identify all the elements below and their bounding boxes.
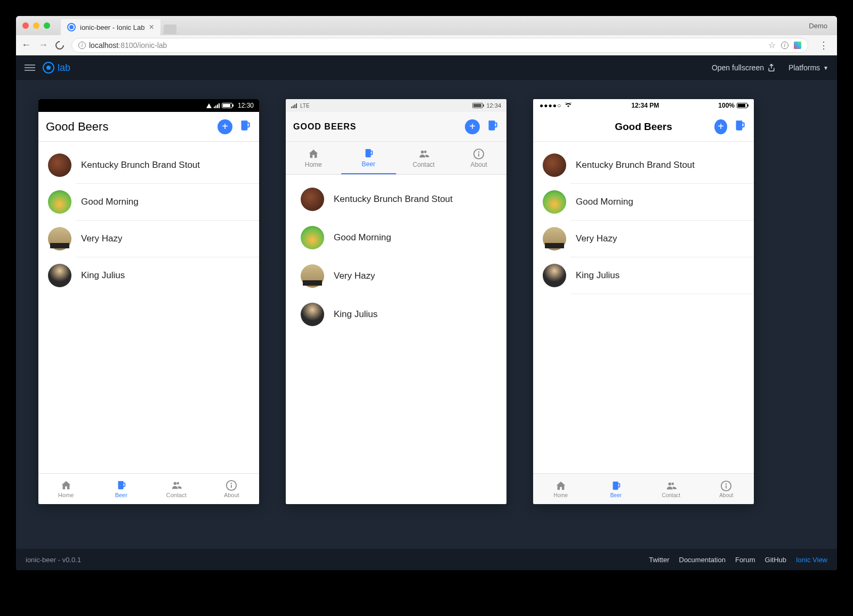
footer-link-ionic-view[interactable]: Ionic View	[796, 556, 827, 564]
tab-beer[interactable]: Beer	[589, 474, 644, 504]
external-link-icon	[767, 63, 776, 73]
maximize-window-button[interactable]	[44, 22, 50, 29]
tab-contact[interactable]: Contact	[396, 142, 452, 174]
battery-pct: 100%	[718, 102, 735, 109]
beer-list-android: Kentucky Brunch Brand Stout Good Morning…	[38, 142, 259, 473]
avatar	[301, 303, 324, 326]
battery-icon	[472, 103, 483, 108]
reload-button[interactable]	[54, 39, 66, 51]
browser-window: ionic-beer - Ionic Lab × Demo ← → i loca…	[16, 16, 837, 570]
list-item[interactable]: Kentucky Brunch Brand Stout	[286, 180, 506, 218]
forward-button[interactable]: →	[38, 39, 48, 51]
minimize-window-button[interactable]	[33, 22, 39, 29]
ionic-lab-app: lab Open fullscreen Platforms ▼	[16, 55, 837, 570]
tab-about[interactable]: About	[699, 474, 754, 504]
address-bar[interactable]: i localhost:8100/ionic-lab ☆ i	[71, 38, 808, 53]
list-item[interactable]: King Julius	[543, 257, 754, 294]
beer-list-windows: Kentucky Brunch Brand Stout Good Morning…	[286, 175, 506, 504]
platforms-dropdown[interactable]: Platforms ▼	[788, 63, 828, 72]
windows-status-bar: LTE 12:34	[286, 99, 506, 112]
beer-name: Very Hazy	[576, 233, 617, 244]
tab-bar-android: Home Beer Contact About	[38, 473, 259, 504]
tab-home[interactable]: Home	[286, 142, 341, 174]
wifi-icon	[206, 103, 212, 108]
lab-logo-text: lab	[58, 62, 70, 74]
menu-button[interactable]	[25, 64, 35, 71]
close-window-button[interactable]	[22, 22, 29, 29]
url-host: localhost	[89, 41, 118, 50]
beer-icon[interactable]	[485, 119, 499, 135]
list-item[interactable]: Good Morning	[48, 184, 259, 220]
footer-link-github[interactable]: GitHub	[765, 556, 786, 564]
tab-title: ionic-beer - Ionic Lab	[80, 23, 144, 31]
signal-icon	[291, 103, 297, 108]
tab-about[interactable]: About	[204, 474, 260, 504]
page-title: GOOD BEERS	[293, 122, 465, 132]
tab-about[interactable]: About	[452, 142, 507, 174]
list-item[interactable]: Kentucky Brunch Brand Stout	[543, 147, 754, 183]
page-title: Good Beers	[573, 121, 714, 133]
ios-status-bar: ●●●●○ 12:34 PM 100%	[533, 99, 754, 112]
list-item[interactable]: Good Morning	[543, 184, 754, 220]
tab-bar-ios: Home Beer Contact About	[533, 473, 754, 504]
status-time: 12:34	[486, 102, 501, 109]
beer-icon[interactable]	[733, 119, 746, 135]
browser-tab[interactable]: ionic-beer - Ionic Lab ×	[61, 19, 160, 35]
android-status-bar: 12:30	[38, 99, 259, 112]
site-info-icon[interactable]: i	[78, 42, 86, 49]
new-tab-button[interactable]	[164, 25, 176, 34]
beer-name: Good Morning	[334, 232, 391, 243]
app-header-ios: Good Beers +	[533, 112, 754, 142]
device-canvas: 12:30 Good Beers + Kentucky Brunch Brand…	[16, 80, 837, 549]
list-item[interactable]: Very Hazy	[286, 257, 506, 295]
extension-icon[interactable]	[794, 42, 801, 49]
device-android: 12:30 Good Beers + Kentucky Brunch Brand…	[38, 99, 259, 504]
beer-name: Very Hazy	[81, 233, 122, 244]
chevron-down-icon: ▼	[823, 65, 828, 71]
beer-name: Kentucky Brunch Brand Stout	[334, 194, 453, 205]
window-controls	[22, 22, 50, 29]
tab-close-button[interactable]: ×	[149, 22, 154, 32]
footer-link-forum[interactable]: Forum	[735, 556, 755, 564]
add-button[interactable]: +	[218, 119, 232, 134]
list-item[interactable]: King Julius	[48, 257, 259, 294]
beer-name: King Julius	[334, 309, 377, 320]
list-item[interactable]: Kentucky Brunch Brand Stout	[48, 147, 259, 183]
add-button[interactable]: +	[465, 119, 480, 134]
page-info-icon[interactable]: i	[781, 42, 788, 49]
app-version: ionic-beer - v0.0.1	[26, 556, 81, 564]
open-fullscreen-label: Open fullscreen	[712, 63, 764, 72]
list-item[interactable]: King Julius	[286, 295, 506, 334]
tab-home[interactable]: Home	[533, 474, 589, 504]
add-button[interactable]: +	[714, 119, 727, 134]
device-ios: ●●●●○ 12:34 PM 100% Good Beers +	[533, 99, 754, 504]
list-item[interactable]: Good Morning	[286, 218, 506, 257]
avatar	[543, 190, 566, 214]
tab-contact[interactable]: Contact	[149, 474, 204, 504]
bookmark-icon[interactable]: ☆	[768, 40, 776, 50]
footer-link-documentation[interactable]: Documentation	[679, 556, 726, 564]
avatar	[301, 264, 324, 288]
battery-icon	[222, 103, 232, 108]
tab-contact[interactable]: Contact	[643, 474, 699, 504]
tab-beer[interactable]: Beer	[341, 142, 397, 174]
back-button[interactable]: ←	[21, 39, 31, 51]
list-item[interactable]: Very Hazy	[48, 221, 259, 257]
avatar	[543, 264, 566, 287]
avatar	[48, 227, 71, 250]
lab-logo: lab	[43, 62, 70, 74]
page-title: Good Beers	[46, 120, 218, 134]
wifi-icon	[565, 102, 572, 109]
beer-name: Kentucky Brunch Brand Stout	[576, 160, 695, 171]
carrier-label: LTE	[300, 103, 310, 109]
chrome-menu-button[interactable]: ⋮	[816, 39, 832, 51]
lab-footer: ionic-beer - v0.0.1 Twitter Documentatio…	[16, 549, 837, 570]
app-header-windows: GOOD BEERS +	[286, 112, 506, 142]
beer-icon[interactable]	[238, 119, 252, 135]
tab-beer[interactable]: Beer	[94, 474, 149, 504]
signal-icon	[214, 103, 220, 108]
tab-home[interactable]: Home	[38, 474, 94, 504]
footer-link-twitter[interactable]: Twitter	[649, 556, 669, 564]
open-fullscreen-button[interactable]: Open fullscreen	[712, 63, 776, 73]
list-item[interactable]: Very Hazy	[543, 221, 754, 257]
